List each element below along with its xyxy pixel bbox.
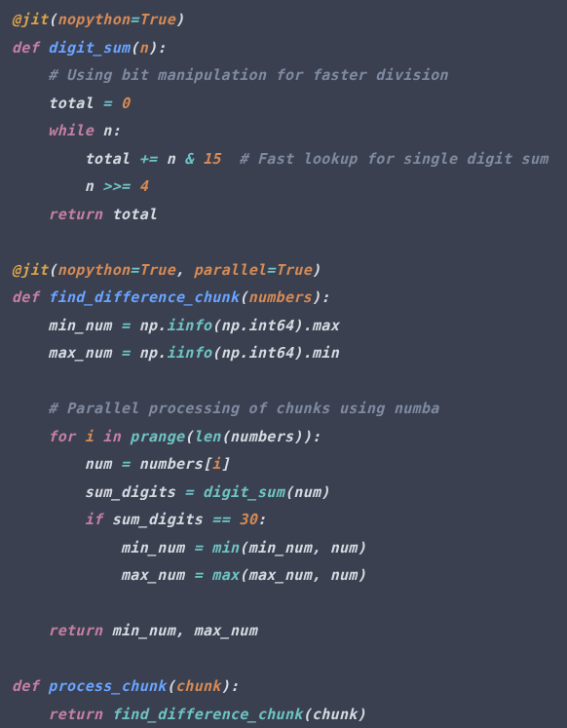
identifier: int64 [248,317,294,334]
paren-colon: ): [221,677,240,695]
paren: ( [239,288,247,306]
paren: ( [239,566,247,584]
decorator: @jit [12,11,48,28]
bit-and: & [184,150,193,168]
identifier: sum_digits [85,483,185,501]
call-digit-sum: digit_sum [203,483,284,501]
loop-var: i [85,428,94,445]
paren-colon: )): [293,428,321,445]
identifier: min_num [121,539,194,556]
identifier: n [85,177,103,195]
keyword-def: def [12,39,48,57]
keyword-return: return [48,706,111,723]
comma: , [175,261,194,279]
identifier: sum_digits [112,511,212,528]
kwarg-name: parallel [194,261,267,279]
assign: = [102,95,111,112]
paren: ) [358,706,366,723]
bool-true: True [139,11,175,28]
paren: ( [184,428,193,445]
paren: ( [303,706,312,723]
paren: ) [293,317,302,334]
call-len: len [194,428,221,445]
comment: # Fast lookup for single digit sum [239,150,548,168]
paren: ( [221,428,230,445]
call-min: min [211,539,239,556]
paren: ) [293,344,302,362]
keyword-while: while [48,122,102,139]
comma: , [175,622,194,639]
plus-equals: += [139,150,158,168]
identifier: int64 [248,344,294,362]
assign: = [121,455,130,473]
paren: ( [48,261,57,279]
param: chunk [175,677,221,695]
call-prange: prange [130,428,184,445]
identifier: n [102,122,111,139]
keyword-return: return [48,206,111,223]
call-find-difference-chunk: find_difference_chunk [112,706,303,723]
keyword-def: def [12,677,48,695]
paren: ) [358,566,366,584]
keyword-def: def [12,288,48,306]
equals: = [130,261,138,279]
paren: ) [321,483,329,501]
paren: ( [211,317,220,334]
call-max: max [211,566,239,584]
assign: = [121,344,130,362]
dot: . [157,344,166,362]
bracket: ] [221,455,230,473]
identifier: numbers [230,428,293,445]
number: 15 [194,150,221,168]
decorator: @jit [12,261,48,279]
identifier: np [221,344,240,362]
identifier: total [85,150,139,168]
space [194,483,203,501]
identifier: max_num [248,566,312,584]
paren: ( [284,483,293,501]
assign: = [121,317,130,334]
identifier: max [312,317,339,334]
comma: , [312,566,330,584]
keyword-if: if [85,511,112,528]
assign: = [184,483,193,501]
number: 0 [112,95,131,112]
identifier: total [48,95,102,112]
rshift-equals: >>= [102,177,130,195]
call-iinfo: iinfo [167,317,212,334]
number: 4 [130,177,148,195]
dot: . [303,317,312,334]
identifier: max_num [121,566,194,584]
call-iinfo: iinfo [167,344,212,362]
paren: ) [312,261,321,279]
dot: . [239,344,247,362]
comment: # Using bit manipulation for faster divi… [48,66,448,84]
paren: ) [358,539,366,556]
keyword-in: in [94,428,130,445]
paren-colon: ): [148,39,167,57]
param: n [139,39,148,57]
identifier: chunk [312,706,358,723]
identifier: total [112,206,158,223]
paren: ( [48,11,57,28]
colon: : [112,122,121,139]
equals: = [266,261,275,279]
paren: ( [167,677,175,695]
equals: = [130,11,138,28]
comment: # Parallel processing of chunks using nu… [48,400,438,417]
identifier: numbers [130,455,203,473]
func-name: process_chunk [48,677,166,695]
identifier: n [157,150,184,168]
space [203,566,211,584]
func-name: digit_sum [48,39,130,57]
comma: , [312,539,330,556]
identifier: np [221,317,240,334]
dot: . [157,317,166,334]
dot: . [303,344,312,362]
identifier: max_num [194,622,257,639]
equals-equals: == [211,511,230,528]
dot: . [239,317,247,334]
paren: ( [211,344,220,362]
identifier: min_num [48,317,121,334]
func-name: find_difference_chunk [48,288,239,306]
